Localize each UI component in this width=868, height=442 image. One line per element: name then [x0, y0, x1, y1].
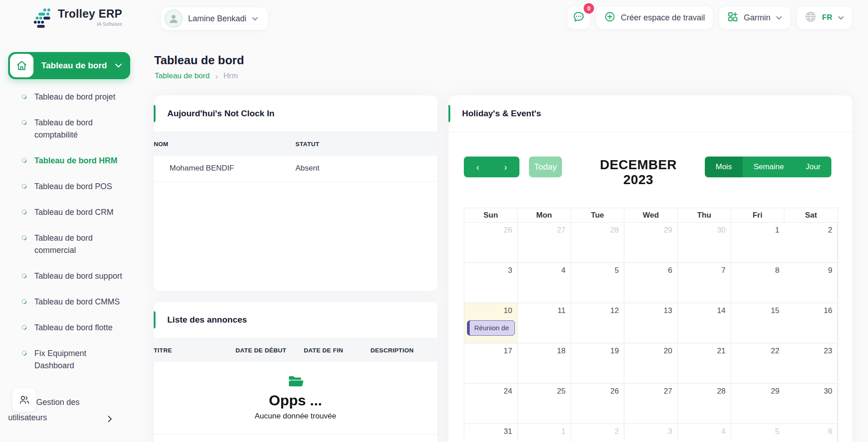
sidebar-item[interactable]: Tableau de bord flotte: [22, 322, 130, 334]
sidebar-item-label: Tableau de bord CMMS: [34, 296, 127, 308]
day-of-week-label: Fri: [731, 208, 784, 223]
column-header: DATE DE DÉBUT: [236, 338, 304, 362]
calendar-day-cell[interactable]: 2: [571, 424, 624, 442]
sidebar-item-gestion-des-utilisateurs[interactable]: Gestion des utilisateurs: [8, 388, 130, 425]
chevron-down-icon: [252, 14, 258, 23]
calendar-day-cell[interactable]: 7: [678, 263, 731, 303]
calendar-day-cell[interactable]: 23: [784, 343, 838, 384]
sidebar-item[interactable]: Tableau de bord projet: [22, 91, 130, 103]
sidebar-item-label: Tableau de bord projet: [34, 91, 127, 103]
day-number: 26: [504, 226, 512, 235]
next-month-button[interactable]: ›: [492, 157, 520, 177]
calendar-day-cell[interactable]: 18: [518, 343, 571, 384]
user-menu[interactable]: Lamine Benkadi: [160, 7, 269, 30]
calendar-day-cell[interactable]: 28: [678, 384, 731, 424]
not-clock-in-header: Aujourd'hui's Not Clock In: [154, 95, 437, 132]
calendar-day-cell[interactable]: 3: [464, 263, 518, 303]
calendar-day-cell[interactable]: 1: [731, 223, 784, 263]
calendar-day-cell[interactable]: 15: [731, 303, 784, 343]
view-button[interactable]: Semaine: [743, 157, 795, 177]
day-number: 10: [504, 306, 512, 315]
calendar-day-cell[interactable]: 6: [784, 424, 838, 442]
event-chip[interactable]: Réunion de: [467, 320, 515, 336]
chat-button[interactable]: 0: [567, 6, 590, 29]
sidebar-menu: Tableau de bord projet Tableau de bord c…: [8, 91, 130, 372]
calendar-day-cell[interactable]: 11: [518, 303, 571, 343]
breadcrumb-current: Hrm: [223, 71, 238, 81]
calendar-day-cell[interactable]: 5: [571, 263, 624, 303]
sidebar-item-label: Tableau de bord CRM: [34, 206, 127, 219]
calendar-day-cell[interactable]: 12: [571, 303, 624, 343]
sidebar-item[interactable]: Tableau de bord CMMS: [22, 296, 130, 308]
calendar-day-cell[interactable]: 22: [731, 343, 784, 384]
sidebar-item[interactable]: Fix Equipment Dashboard: [22, 347, 130, 372]
sidebar-item[interactable]: Tableau de bord POS: [22, 181, 130, 193]
calendar-day-cell[interactable]: 30: [678, 223, 731, 263]
sidebar-item[interactable]: Tableau de bord CRM: [22, 206, 130, 219]
language-selector[interactable]: FR: [796, 6, 853, 29]
create-workspace-button[interactable]: Créer espace de travail: [596, 6, 713, 29]
workspace-selector[interactable]: Garmin: [719, 6, 791, 29]
sidebar-item[interactable]: Tableau de bord support: [22, 270, 130, 282]
calendar-day-cell[interactable]: 20: [624, 343, 678, 384]
sidebar-item-tableau-de-bord[interactable]: Tableau de bord: [8, 52, 130, 79]
calendar-day-cell[interactable]: 21: [678, 343, 731, 384]
calendar-day-cell[interactable]: 29: [624, 223, 678, 263]
day-number: 15: [771, 306, 779, 315]
day-number: 29: [771, 387, 779, 396]
sidebar: Tableau de bord Tableau de bord projet T…: [8, 52, 130, 442]
calendar-day-cell[interactable]: 26: [571, 384, 624, 424]
view-button[interactable]: Jour: [795, 157, 831, 177]
sidebar-item[interactable]: Tableau de bord HRM: [22, 155, 130, 167]
sidebar-item[interactable]: Tableau de bord comptabilité: [22, 117, 130, 141]
calendar-day-cell[interactable]: 6: [624, 263, 678, 303]
calendar-day-cell[interactable]: 4: [678, 424, 731, 442]
day-number: 30: [824, 387, 832, 396]
calendar-day-cell[interactable]: 27: [624, 384, 678, 424]
day-number: 2: [828, 226, 832, 235]
calendar-day-cell[interactable]: 2: [784, 223, 838, 263]
view-button[interactable]: Mois: [705, 157, 743, 177]
day-number: 16: [824, 306, 832, 315]
prev-month-button[interactable]: ‹: [464, 157, 492, 177]
breadcrumb-home-link[interactable]: Tableau de bord: [155, 71, 210, 81]
calendar-day-cell[interactable]: 25: [518, 384, 571, 424]
calendar-day-cell[interactable]: 4: [518, 263, 571, 303]
calendar-day-cell[interactable]: 16: [784, 303, 838, 343]
avatar: [165, 10, 183, 28]
calendar-day-cell[interactable]: 29: [731, 384, 784, 424]
calendar-day-cell[interactable]: 30: [784, 384, 838, 424]
calendar-day-cell[interactable]: 9: [784, 263, 838, 303]
day-number: 30: [717, 226, 726, 235]
create-workspace-label: Créer espace de travail: [621, 13, 705, 23]
table-header-row: TITREDATE DE DÉBUTDATE DE FINDESCRIPTION: [154, 338, 437, 362]
calendar-day-cell[interactable]: 19: [571, 343, 624, 384]
calendar-day-cell[interactable]: 31: [464, 424, 518, 442]
calendar-cells: 26 27 28 29 30 1 2: [464, 223, 838, 442]
calendar-day-cell[interactable]: 5: [731, 424, 784, 442]
cell-nom: Mohamed BENDIF: [154, 156, 296, 181]
bullet-icon: [21, 209, 28, 216]
calendar-day-cell[interactable]: 24: [464, 384, 518, 424]
day-of-week-label: Sun: [464, 208, 518, 223]
annonces-table: TITREDATE DE DÉBUTDATE DE FINDESCRIPTION: [154, 338, 437, 362]
bullet-icon: [21, 119, 28, 126]
calendar-day-cell[interactable]: 8: [731, 263, 784, 303]
calendar-day-cell[interactable]: 26: [464, 223, 518, 263]
calendar-day-cell[interactable]: 10 Réunion de: [464, 303, 518, 343]
calendar-day-cell[interactable]: 3: [624, 424, 678, 442]
bullet-icon: [21, 93, 28, 100]
calendar-day-cell[interactable]: 13: [624, 303, 678, 343]
calendar-day-cell[interactable]: 17: [464, 343, 518, 384]
day-number: 20: [664, 347, 672, 356]
calendar-day-cell[interactable]: 14: [678, 303, 731, 343]
today-button[interactable]: Today: [529, 157, 562, 177]
calendar-day-cell[interactable]: 28: [571, 223, 624, 263]
calendar-day-cell[interactable]: 27: [518, 223, 571, 263]
chevron-down-icon: [115, 62, 122, 70]
day-number: 26: [610, 387, 619, 396]
column-header: STATUT: [296, 132, 438, 156]
calendar-day-cell[interactable]: 1: [518, 424, 571, 442]
sidebar-item[interactable]: Tableau de bord commercial: [22, 232, 130, 257]
trolley-dots-logo-icon: [33, 7, 53, 32]
